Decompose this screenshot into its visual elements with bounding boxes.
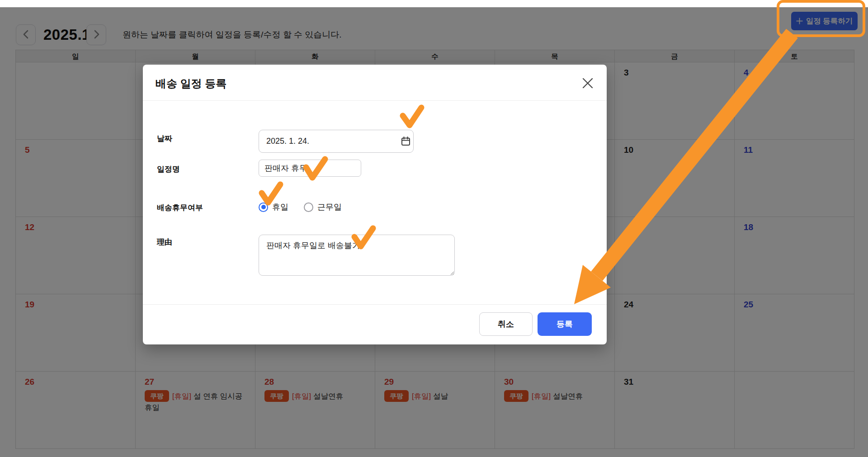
modal-title: 배송 일정 등록 [156,76,226,91]
modal-header-divider [143,100,607,101]
reason-field-label: 理由 [157,237,172,247]
date-input[interactable] [259,130,414,153]
radio-selected-icon[interactable] [259,203,268,212]
modal-footer-divider [143,304,607,305]
date-field-label: 날짜 [157,133,172,144]
radio-holiday-label: 휴일 [272,202,288,212]
radio-option-workday[interactable]: 근무일 [304,202,342,212]
submit-button[interactable]: 등록 [538,312,592,336]
radio-option-holiday[interactable]: 휴일 [259,202,288,212]
schedule-name-input[interactable] [259,160,361,177]
schedule-register-modal: 배송 일정 등록 날짜 일정명 배송휴무여부 휴일 [143,65,607,344]
delivery-schedule-page: 2025.1 원하는 날짜를 클릭하여 일정을 등록/수정 할 수 있습니다. … [0,0,868,457]
cancel-button[interactable]: 취소 [479,312,533,336]
holiday-radio-group: 휴일 근무일 [259,202,357,212]
radio-workday-label: 근무일 [317,202,342,212]
holiday-field-label: 배송휴무여부 [157,203,203,213]
modal-close-button[interactable] [580,75,595,91]
close-icon [582,77,594,89]
radio-unselected-icon[interactable] [304,203,313,212]
reason-textarea[interactable]: 판매자 휴무일로 배송불가 [259,235,455,276]
calendar-icon[interactable] [401,137,410,146]
name-field-label: 일정명 [157,164,180,174]
